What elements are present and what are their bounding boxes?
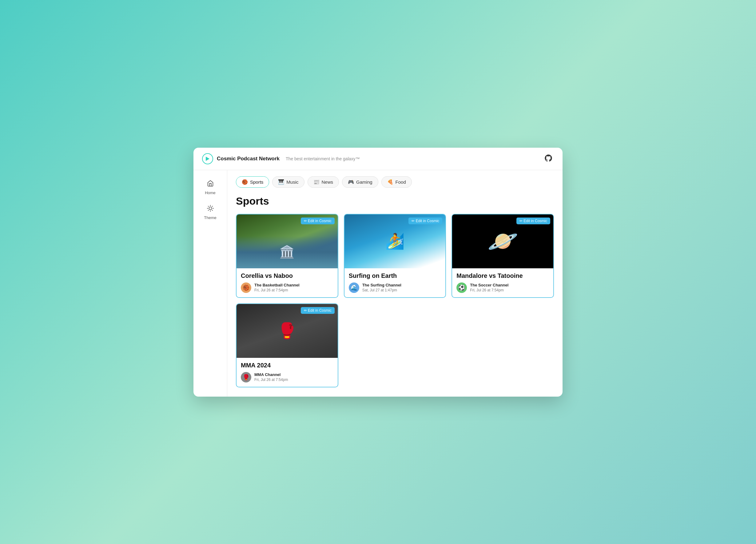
category-tabs: 🏀 Sports 🎹 Music 📰 News 🎮 Gaming 🍕 [236, 176, 554, 188]
edit-badge-corellia[interactable]: ✏ Edit in Cosmic [301, 217, 335, 224]
card-mma-title: MMA 2024 [241, 362, 333, 369]
tab-news[interactable]: 📰 News [308, 176, 339, 188]
tab-music-label: Music [286, 179, 298, 185]
card-surfing-body: Surfing on Earth 🌊 The Surfing Channel S… [344, 268, 446, 297]
svg-marker-0 [206, 157, 209, 161]
card-mandalore-body: Mandalore vs Tatooine ⚽ The Soccer Chann… [452, 268, 553, 297]
home-icon [207, 180, 214, 188]
tab-gaming[interactable]: 🎮 Gaming [342, 176, 378, 188]
channel-info-mandalore: The Soccer Channel Fri, Jul 26 at 7:54pm [470, 283, 508, 292]
sidebar-theme-label: Theme [204, 215, 216, 220]
card-mandalore-meta: ⚽ The Soccer Channel Fri, Jul 26 at 7:54… [456, 283, 549, 293]
logo-play-icon [202, 153, 213, 164]
edit-badge-mandalore-label: ✏ Edit in Cosmic [519, 219, 547, 223]
svg-point-1 [209, 207, 212, 209]
app-header: Cosmic Podcast Network The best entertai… [193, 148, 563, 170]
svg-line-9 [212, 206, 212, 206]
app-subtitle: The best entertainment in the galaxy™ [286, 156, 360, 161]
basketball-emoji: 🏀 [243, 284, 249, 291]
card-mma-body: MMA 2024 🥊 MMA Channel Fri, Jul 26 at 7:… [237, 358, 338, 387]
sidebar: Home Theme [193, 170, 227, 397]
main-content: 🏀 Sports 🎹 Music 📰 News 🎮 Gaming 🍕 [227, 170, 563, 397]
card-surfing-meta: 🌊 The Surfing Channel Sat, Jul 27 at 1:4… [349, 283, 441, 293]
svg-line-5 [212, 210, 212, 210]
edit-badge-mandalore[interactable]: ✏ Edit in Cosmic [516, 217, 550, 224]
gaming-emoji: 🎮 [348, 179, 354, 185]
section-title: Sports [236, 195, 554, 207]
card-corellia-title: Corellia vs Naboo [241, 272, 333, 280]
channel-info-corellia: The Basketball Channel Fri, Jul 26 at 7:… [254, 283, 300, 292]
channel-date-mma: Fri, Jul 26 at 7:54pm [254, 378, 288, 382]
tab-music[interactable]: 🎹 Music [272, 176, 304, 188]
sidebar-item-theme[interactable]: Theme [195, 201, 225, 224]
tab-food-label: Food [396, 179, 406, 185]
channel-name-corellia: The Basketball Channel [254, 283, 300, 288]
channel-date-mandalore: Fri, Jul 26 at 7:54pm [470, 288, 508, 292]
card-mandalore-title: Mandalore vs Tatooine [456, 272, 549, 280]
channel-info-surfing: The Surfing Channel Sat, Jul 27 at 1:47p… [362, 283, 401, 292]
mma-emoji: 🥊 [243, 374, 249, 381]
card-mma-image: ✏ Edit in Cosmic [237, 304, 338, 358]
music-emoji: 🎹 [278, 179, 284, 185]
channel-avatar-soccer: ⚽ [456, 283, 467, 293]
card-surfing[interactable]: ✏ Edit in Cosmic Surfing on Earth 🌊 The … [344, 214, 446, 298]
edit-badge-mma[interactable]: ✏ Edit in Cosmic [301, 307, 335, 314]
soccer-emoji: ⚽ [458, 284, 465, 291]
card-mandalore[interactable]: ✏ Edit in Cosmic Mandalore vs Tatooine ⚽… [452, 214, 554, 298]
card-mandalore-image: ✏ Edit in Cosmic [452, 214, 553, 268]
card-corellia[interactable]: ✏ Edit in Cosmic Corellia vs Naboo 🏀 The… [236, 214, 338, 298]
svg-line-4 [208, 206, 208, 206]
header-left: Cosmic Podcast Network The best entertai… [202, 153, 360, 164]
food-emoji: 🍕 [387, 179, 393, 185]
channel-avatar-surfing: 🌊 [349, 283, 359, 293]
edit-badge-mma-label: ✏ Edit in Cosmic [304, 308, 332, 313]
channel-name-surfing: The Surfing Channel [362, 283, 401, 288]
card-corellia-body: Corellia vs Naboo 🏀 The Basketball Chann… [237, 268, 338, 297]
card-corellia-image: ✏ Edit in Cosmic [237, 214, 338, 268]
channel-avatar-basketball: 🏀 [241, 283, 251, 293]
card-mma[interactable]: ✏ Edit in Cosmic MMA 2024 🥊 MMA Channel … [236, 304, 338, 387]
sidebar-home-label: Home [205, 190, 216, 195]
card-surfing-image: ✏ Edit in Cosmic [344, 214, 446, 268]
channel-avatar-mma: 🥊 [241, 372, 251, 383]
tab-food[interactable]: 🍕 Food [381, 176, 412, 188]
cards-row-2: ✏ Edit in Cosmic MMA 2024 🥊 MMA Channel … [236, 304, 554, 387]
main-layout: Home Theme [193, 170, 563, 397]
edit-badge-surfing[interactable]: ✏ Edit in Cosmic [408, 217, 442, 224]
tab-news-label: News [322, 179, 333, 185]
svg-line-8 [208, 210, 208, 210]
channel-name-mma: MMA Channel [254, 372, 288, 377]
sidebar-item-home[interactable]: Home [195, 176, 225, 199]
theme-icon [207, 205, 214, 213]
tab-sports-label: Sports [250, 179, 263, 185]
edit-badge-surfing-label: ✏ Edit in Cosmic [412, 219, 439, 223]
app-title: Cosmic Podcast Network [217, 156, 280, 162]
channel-date-surfing: Sat, Jul 27 at 1:47pm [362, 288, 401, 292]
channel-name-mandalore: The Soccer Channel [470, 283, 508, 288]
app-window: Cosmic Podcast Network The best entertai… [193, 148, 563, 397]
card-surfing-title: Surfing on Earth [349, 272, 441, 280]
github-icon[interactable] [544, 154, 554, 164]
tab-sports[interactable]: 🏀 Sports [236, 176, 269, 188]
channel-date-corellia: Fri, Jul 26 at 7:54pm [254, 288, 300, 292]
cards-row-1: ✏ Edit in Cosmic Corellia vs Naboo 🏀 The… [236, 214, 554, 298]
edit-badge-corellia-label: ✏ Edit in Cosmic [304, 219, 332, 223]
channel-info-mma: MMA Channel Fri, Jul 26 at 7:54pm [254, 372, 288, 382]
surfing-emoji: 🌊 [351, 284, 357, 291]
sports-emoji: 🏀 [242, 179, 248, 185]
tab-gaming-label: Gaming [356, 179, 372, 185]
card-mma-meta: 🥊 MMA Channel Fri, Jul 26 at 7:54pm [241, 372, 333, 383]
news-emoji: 📰 [313, 179, 320, 185]
card-corellia-meta: 🏀 The Basketball Channel Fri, Jul 26 at … [241, 283, 333, 293]
